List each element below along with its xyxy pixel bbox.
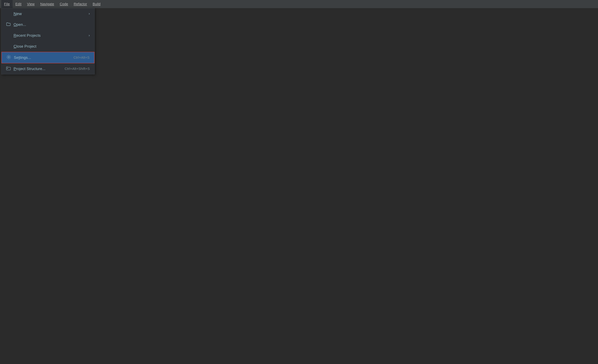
menu-item-recent-projects[interactable]: Recent Projects › (1, 30, 94, 41)
menubar: File New › Open... Recent Projects (0, 0, 598, 8)
menu-refactor-label: Refactor (74, 2, 87, 6)
menu-item-settings[interactable]: Settings... Ctrl+Alt+S (1, 52, 94, 63)
menu-item-new[interactable]: New › (1, 8, 94, 19)
menu-item-new-label: New (14, 11, 89, 16)
menu-file[interactable]: File New › Open... Recent Projects (1, 0, 13, 8)
chevron-right-icon-recent: › (89, 33, 90, 38)
menu-item-recent-label: Recent Projects (14, 33, 89, 38)
menu-build[interactable]: Build (90, 0, 103, 8)
menu-item-project-structure-label: Project Structure... (14, 67, 65, 71)
chevron-right-icon: › (89, 12, 90, 16)
menu-navigate[interactable]: Navigate (37, 0, 57, 8)
settings-shortcut: Ctrl+Alt+S (74, 56, 90, 60)
menu-item-open-label: Open... (14, 22, 90, 27)
svg-rect-1 (7, 68, 8, 68)
menu-item-project-structure[interactable]: Project Structure... Ctrl+Alt+Shift+S (1, 63, 94, 74)
menu-refactor[interactable]: Refactor (71, 0, 90, 8)
menu-file-label: File (4, 2, 10, 6)
menu-edit-label: Edit (16, 2, 22, 6)
menu-build-label: Build (93, 2, 100, 6)
gear-icon (6, 55, 11, 60)
menu-view-label: View (27, 2, 35, 6)
menu-navigate-label: Navigate (40, 2, 54, 6)
menu-item-close-project[interactable]: Close Project (1, 41, 94, 52)
menu-item-open[interactable]: Open... (1, 19, 94, 30)
project-structure-icon (6, 66, 11, 71)
menu-edit[interactable]: Edit (13, 0, 24, 8)
menu-item-close-label: Close Project (14, 44, 90, 49)
svg-point-0 (8, 57, 9, 58)
menu-code-label: Code (60, 2, 68, 6)
project-structure-shortcut: Ctrl+Alt+Shift+S (65, 67, 90, 71)
menu-view[interactable]: View (24, 0, 38, 8)
menu-item-settings-label: Settings... (14, 55, 74, 60)
folder-icon (6, 22, 11, 27)
file-dropdown: New › Open... Recent Projects › Close Pr… (1, 8, 95, 74)
menu-code[interactable]: Code (57, 0, 71, 8)
